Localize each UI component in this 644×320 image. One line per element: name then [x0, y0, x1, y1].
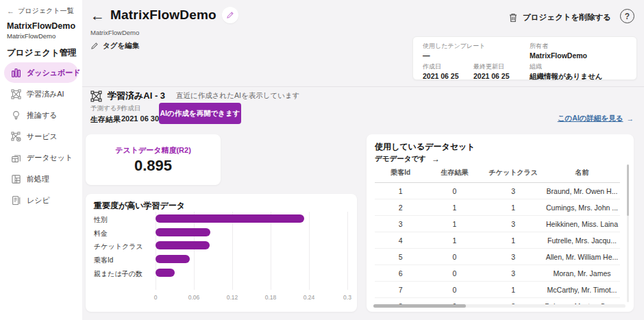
accuracy-card: テストデータ精度(R2) 0.895	[86, 134, 221, 185]
table-row: 211Cumings, Mrs. John ...	[375, 199, 620, 216]
accuracy-label: テストデータ精度(R2)	[115, 145, 191, 156]
table-row: 411Futrelle, Mrs. Jacqu...	[375, 232, 620, 249]
table-cell: 1	[426, 216, 482, 232]
table-cell: 3	[483, 265, 545, 282]
sidebar-item-label: 学習済みAI	[27, 89, 64, 99]
help-button[interactable]: ?	[620, 9, 634, 23]
main-content: ← MatrixFlowDemo MatrixFlowDemo タグを編集 プロ…	[82, 0, 644, 320]
chart-x-tick: 0.18	[265, 294, 277, 301]
chart-x-tick: 0.3	[343, 294, 351, 301]
sidebar-item-label: サービス	[27, 132, 58, 142]
table-column-header: チケットクラス	[483, 164, 545, 183]
edit-tags-button[interactable]: タグを編集	[90, 41, 139, 51]
table-cell: 0	[426, 249, 482, 265]
predict-column-field: 予測する列 生存結果	[90, 104, 123, 125]
table-cell: 1	[426, 232, 482, 249]
page: ← プロジェクト一覧 MatrixFlowDemo MatrixFlowDemo…	[0, 0, 644, 320]
table-cell: 1	[483, 199, 545, 216]
chart-gridline	[156, 212, 156, 290]
service-icon	[11, 132, 21, 142]
ai-created-field: 作成日 2021 06 30	[121, 104, 159, 123]
sidebar-item-label: 推論する	[27, 110, 58, 121]
sidebar-menu: ダッシュボード学習済みAI推論するサービスデータセット前処理レシピ	[0, 62, 82, 210]
trained-ai-icon	[90, 90, 102, 102]
section-divider	[82, 86, 644, 87]
pencil-icon	[90, 42, 99, 50]
sidebar-item-label: 前処理	[27, 174, 49, 184]
table-horizontal-scrollbar[interactable]	[373, 304, 626, 308]
table-column-header: 生存結果	[426, 164, 482, 183]
importance-bar-chart: 00.060.120.180.240.3性別料金チケットクラス乗客Id親または子…	[86, 194, 357, 312]
table-cell: 1	[483, 232, 545, 249]
chart-category-label: 親または子の数	[94, 269, 154, 279]
sidebar-item-4[interactable]: データセット	[4, 147, 78, 168]
arrow-right-icon: →	[432, 154, 440, 164]
horizontal-scrollbar-thumb[interactable]	[373, 304, 466, 308]
table-cell: 3	[375, 216, 426, 232]
trash-icon	[508, 12, 518, 23]
chart-bar-4	[156, 269, 175, 277]
chart-gridline	[271, 212, 271, 290]
owner-field: 所有者 MatrixFlowDemo	[530, 42, 587, 60]
sidebar: ← プロジェクト一覧 MatrixFlowDemo MatrixFlowDemo…	[0, 0, 82, 320]
table-cell: 3	[483, 216, 545, 232]
dataset-table-wrap: 乗客Id生存結果チケットクラス名前 103Braund, Mr. Owen H.…	[375, 164, 620, 305]
table-cell: 1	[483, 282, 545, 298]
sidebar-item-3[interactable]: サービス	[4, 126, 78, 147]
table-vertical-scrollbar[interactable]	[627, 164, 629, 302]
table-cell: Heikkinen, Miss. Laina	[544, 216, 620, 232]
dataset-card: 使用しているデータセット デモデータです → 乗客Id生存結果チケットクラス名前…	[367, 134, 634, 312]
chart-bar-0	[156, 214, 304, 223]
page-title: MatrixFlowDemo	[110, 8, 216, 23]
table-cell: Cumings, Mrs. John ...	[544, 199, 620, 216]
page-back-arrow[interactable]: ←	[90, 8, 105, 23]
sidebar-item-1[interactable]: 学習済みAI	[4, 84, 78, 104]
dataset-icon	[11, 153, 21, 163]
chart-category-label: チケットクラス	[94, 242, 154, 251]
projects-back-label: プロジェクト一覧	[18, 6, 73, 16]
projects-back-link[interactable]: ← プロジェクト一覧	[7, 6, 73, 16]
sidebar-item-label: レシピ	[27, 195, 50, 206]
ai-details-link[interactable]: このAIの詳細を見る →	[558, 114, 634, 123]
sidebar-item-label: ダッシュボード	[27, 68, 81, 78]
chart-category-label: 性別	[94, 215, 154, 225]
sidebar-section-title: プロジェクト管理	[7, 47, 77, 59]
table-cell: 3	[483, 249, 545, 265]
table-cell: 6	[375, 265, 426, 282]
sidebar-item-5[interactable]: 前処理	[4, 169, 78, 189]
table-cell: 0	[426, 265, 482, 282]
chart-bar-3	[156, 255, 190, 263]
table-cell: McCarthy, Mr. Timot...	[544, 282, 620, 298]
delete-project-button[interactable]: プロジェクトを削除する	[508, 12, 611, 23]
table-cell: Braund, Mr. Owen H...	[544, 183, 620, 199]
chart-x-tick: 0.06	[188, 294, 200, 301]
sidebar-item-0[interactable]: ダッシュボード	[4, 62, 78, 83]
chart-category-label: 料金	[94, 229, 154, 238]
table-column-header: 乗客Id	[375, 164, 426, 183]
updated-date-field: 最終更新日 2021 06 25	[473, 62, 510, 80]
organization-field: 組織 組織情報がありません	[530, 62, 602, 82]
trained-ai-section-subtitle: 直近に作成されたAIを表示しています	[176, 91, 299, 101]
demo-data-link[interactable]: デモデータです →	[375, 154, 440, 164]
table-cell: 1	[426, 199, 482, 216]
edit-title-button[interactable]	[222, 7, 238, 23]
vertical-scrollbar-thumb[interactable]	[627, 164, 629, 216]
back-arrow-icon: ←	[7, 7, 14, 15]
page-subtitle: MatrixFlowDemo	[90, 29, 139, 36]
sidebar-item-2[interactable]: 推論する	[4, 105, 78, 125]
chart-bar-1	[156, 228, 210, 236]
chart-category-label: 乗客Id	[94, 256, 154, 265]
dashboard-icon	[11, 68, 21, 78]
resume-ai-button[interactable]: AIの作成を再開できます	[159, 103, 241, 124]
table-cell: Allen, Mr. William He...	[544, 249, 620, 265]
lightbulb-icon	[11, 110, 21, 121]
chart-x-tick: 0.24	[304, 294, 315, 301]
arrow-right-icon: →	[627, 114, 634, 123]
sidebar-project-name: MatrixFlowDemo	[7, 21, 75, 31]
table-row: 603Moran, Mr. James	[375, 265, 620, 282]
table-cell: 3	[483, 183, 545, 199]
chart-gridline	[194, 212, 195, 290]
sidebar-item-6[interactable]: レシピ	[4, 190, 78, 210]
project-info-card: 使用したテンプレート — 所有者 MatrixFlowDemo 作成日 2021…	[412, 36, 637, 80]
table-row: 313Heikkinen, Miss. Laina	[375, 216, 620, 232]
